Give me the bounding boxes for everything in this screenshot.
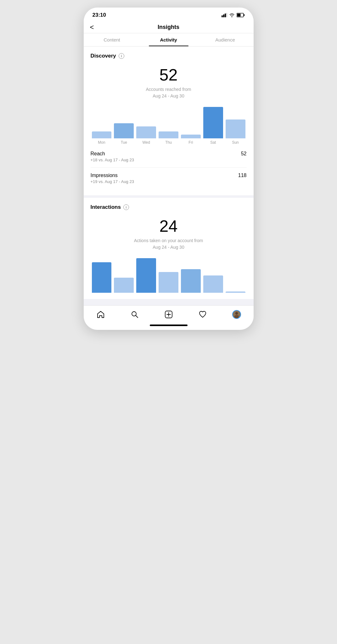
nav-home[interactable] [93, 309, 109, 320]
section-divider [84, 195, 254, 198]
svg-point-13 [234, 315, 239, 318]
svg-rect-1 [223, 14, 224, 17]
interactions-heading: Interactions i [91, 204, 247, 210]
nav-add[interactable] [160, 309, 177, 320]
search-icon [130, 310, 139, 319]
signal-icon [222, 13, 227, 17]
avatar-dot [239, 316, 241, 319]
svg-point-12 [235, 312, 238, 315]
add-icon [164, 310, 173, 319]
home-indicator [84, 322, 254, 330]
chart-bar-thu: Thu [159, 107, 178, 145]
int-chart-bar-wed [136, 258, 156, 293]
discovery-heading: Discovery i [91, 53, 247, 59]
chart-bar-sun: Sun [226, 107, 245, 145]
status-bar: 23:10 [84, 8, 254, 21]
nav-heart[interactable] [194, 309, 211, 320]
tab-activity[interactable]: Activity [140, 33, 197, 46]
profile-icon [232, 310, 241, 319]
int-chart-bar-fri [181, 258, 201, 293]
bottom-nav [84, 305, 254, 322]
reach-metric: Reach +18 vs. Aug 17 - Aug 23 52 [91, 146, 247, 168]
chart-bar-mon: Mon [92, 107, 112, 145]
interactions-date-range: Actions taken on your account fromAug 24… [91, 237, 247, 251]
int-chart-bar-tue [114, 258, 134, 293]
avatar [232, 310, 241, 319]
svg-rect-5 [244, 14, 244, 16]
nav-search[interactable] [126, 309, 143, 320]
int-chart-bar-sat [203, 258, 223, 293]
page-title: Insights [158, 24, 179, 31]
home-icon [96, 310, 105, 319]
svg-rect-0 [222, 15, 223, 17]
interactions-big-number: 24 [91, 217, 247, 236]
int-chart-bar-mon [92, 258, 112, 293]
tab-audience[interactable]: Audience [197, 33, 254, 46]
phone-frame: 23:10 < Insights [84, 8, 254, 330]
svg-rect-6 [237, 14, 240, 17]
bottom-padding [84, 299, 254, 305]
discovery-section: Discovery i 52 Accounts reached fromAug … [84, 47, 254, 195]
interactions-info-icon[interactable]: i [123, 204, 129, 210]
battery-icon [237, 13, 245, 17]
discovery-info-icon[interactable]: i [119, 53, 124, 59]
interactions-chart [91, 258, 247, 293]
chart-bar-sat: Sat [203, 107, 223, 145]
header: < Insights [84, 21, 254, 33]
int-chart-bar-sun [226, 258, 245, 293]
int-chart-bar-thu [159, 258, 178, 293]
svg-rect-3 [226, 13, 227, 17]
status-icons [222, 13, 245, 17]
nav-profile[interactable] [228, 309, 245, 320]
chart-bar-wed: Wed [136, 107, 156, 145]
discovery-big-number: 52 [91, 65, 247, 84]
svg-rect-2 [225, 14, 226, 17]
chart-bar-tue: Tue [114, 107, 134, 145]
wifi-icon [229, 13, 235, 17]
svg-line-8 [136, 316, 138, 318]
back-button[interactable]: < [90, 23, 94, 31]
heart-icon [198, 310, 207, 319]
tab-content[interactable]: Content [84, 33, 140, 46]
interactions-section: Interactions i 24 Actions taken on your … [84, 198, 254, 299]
discovery-chart: Mon Tue Wed Thu [91, 107, 247, 145]
status-time: 23:10 [93, 12, 106, 18]
chart-bar-fri: Fri [181, 107, 201, 145]
tabs-bar: Content Activity Audience [84, 33, 254, 47]
home-bar [150, 325, 188, 326]
discovery-date-range: Accounts reached fromAug 24 - Aug 30 [91, 86, 247, 99]
main-content: Discovery i 52 Accounts reached fromAug … [84, 47, 254, 305]
impressions-metric: Impressions +19 vs. Aug 17 - Aug 23 118 [91, 168, 247, 189]
